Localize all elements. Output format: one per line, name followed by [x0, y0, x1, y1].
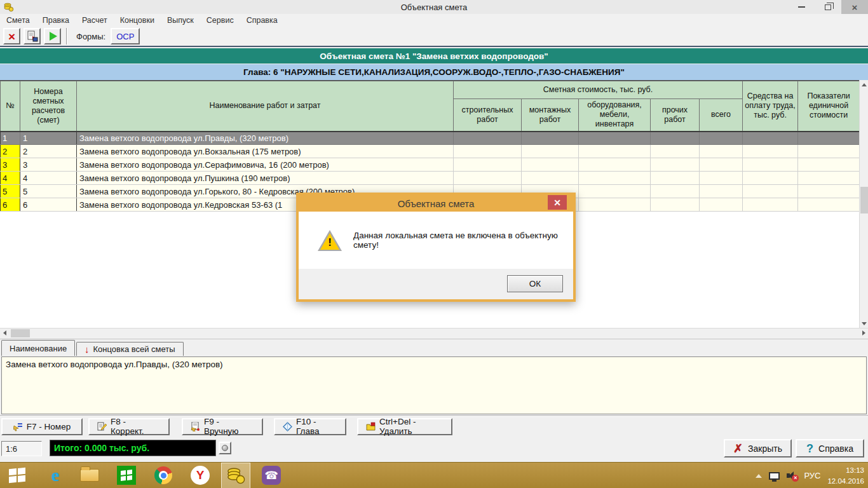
menu-vypusk[interactable]: Выпуск [161, 15, 200, 26]
scroll-up-icon[interactable] [860, 80, 868, 89]
cell-empty [743, 158, 798, 172]
vertical-scrollbar[interactable] [859, 80, 868, 328]
table-row[interactable]: 3 3 Замена ветхого водопровода ул.Серафи… [1, 158, 860, 172]
menu-raschet[interactable]: Расчет [76, 15, 114, 26]
coin-toggle-button[interactable] [219, 442, 231, 454]
col-header-calc: Номера сметных расчетов (смет) [20, 81, 77, 132]
col-header-equip: оборудования, мебели, инвентаря [579, 99, 651, 132]
cell-empty [798, 172, 860, 185]
toolbar: × Формы: ОСР [0, 27, 868, 47]
row-num: 4 [1, 172, 20, 185]
warning-icon: ! [318, 230, 342, 251]
cell-empty [743, 145, 798, 158]
row-name: Замена ветхого водопровода ул.Серафимови… [77, 158, 454, 172]
table-row[interactable]: 1 1 Замена ветхого водопровода ул.Правды… [1, 132, 860, 145]
cell-empty [454, 158, 522, 172]
f10-chapter-button[interactable]: F10 - Глава [274, 418, 346, 435]
cell-empty [651, 145, 700, 158]
dialog-close-icon[interactable]: ✕ [548, 195, 567, 210]
internet-explorer-icon[interactable]: e [41, 463, 70, 488]
vertical-scroll-thumb[interactable] [860, 187, 868, 214]
dialog-footer: ОК [299, 269, 573, 299]
run-button[interactable] [44, 28, 61, 44]
bottom-tabs: Наименование ↓ Концовка всей сметы [0, 339, 868, 356]
restore-icon[interactable] [815, 0, 841, 14]
date: 12.04.2016 [827, 476, 864, 487]
table-row[interactable]: 4 4 Замена ветхого водопровода ул.Пушкин… [1, 172, 860, 185]
menu-pravka[interactable]: Правка [36, 15, 76, 26]
coins-icon [226, 466, 245, 485]
network-icon[interactable] [769, 472, 780, 480]
toolbar-separator [66, 28, 67, 44]
total-display: Итого: 0.000 тыс. руб. [50, 440, 216, 456]
tab-koncovka[interactable]: ↓ Концовка всей сметы [76, 342, 184, 356]
cell-empty [522, 172, 579, 185]
cell-empty [579, 132, 651, 145]
scroll-left-icon[interactable] [0, 329, 9, 337]
col-header-unit: Показатели единичной стоимости [798, 81, 860, 132]
tray-expand-icon[interactable] [756, 474, 762, 478]
close-x-icon: ✗ [733, 443, 743, 454]
horizontal-scrollbar[interactable] [0, 328, 868, 337]
cell-empty [579, 172, 651, 185]
help-label: Справка [818, 444, 853, 454]
file-explorer-icon[interactable] [75, 463, 104, 488]
name-textarea[interactable]: Замена ветхого водопровода ул.Правды, (3… [1, 356, 867, 414]
windows-store-icon[interactable] [112, 463, 141, 488]
hand-list-icon [13, 422, 23, 431]
help-button[interactable]: ? Справка [796, 439, 864, 458]
fn-label: Ctrl+Del - Удалить [379, 417, 444, 436]
chapter-banner: Глава: 6 "НАРУЖНЫЕ СЕТИ,КАНАЛИЗАЦИЯ,СООР… [0, 64, 868, 80]
volume-muted-icon[interactable]: × [787, 471, 797, 480]
delete-button[interactable]: × [3, 28, 20, 44]
tab-naimenovanie[interactable]: Наименование [1, 340, 75, 356]
diamond-icon [283, 422, 292, 431]
row-name: Замена ветхого водопровода ул.Вокзальная… [77, 145, 454, 158]
chrome-icon[interactable] [149, 463, 178, 488]
row-name: Замена ветхого водопровода ул.Правды, (3… [77, 132, 454, 145]
menu-servis[interactable]: Сервис [200, 15, 240, 26]
cell-empty [798, 145, 860, 158]
viber-icon[interactable]: ☎ [257, 463, 286, 488]
warning-dialog: Объектная смета ✕ ! Данная локальная сме… [296, 193, 576, 302]
window-title: Объектная смета [0, 3, 868, 12]
fn-label: F10 - Глава [296, 417, 337, 436]
language-indicator[interactable]: РУС [804, 471, 820, 480]
yandex-browser-icon[interactable]: Y [186, 463, 215, 488]
row-calc: 1 [20, 132, 77, 145]
osr-button[interactable]: ОСР [111, 28, 140, 44]
f9-manual-button[interactable]: F9 - Вручную [182, 418, 263, 435]
menu-spravka[interactable]: Справка [240, 15, 284, 26]
horizontal-scroll-thumb[interactable] [11, 329, 30, 337]
save-export-button[interactable] [24, 28, 41, 44]
row-calc: 3 [20, 158, 77, 172]
cell-empty [651, 158, 700, 172]
close-window-button[interactable]: ✗ Закрыть [724, 439, 792, 458]
time: 13:13 [827, 465, 864, 476]
window-titlebar: Объектная смета × [0, 0, 868, 14]
cell-empty [651, 172, 700, 185]
f8-correct-button[interactable]: F8 - Коррект. [88, 418, 170, 435]
close-label: Закрыть [748, 444, 782, 454]
table-row[interactable]: 2 2 Замена ветхого водопровода ул.Вокзал… [1, 145, 860, 158]
fn-label: F9 - Вручную [204, 417, 254, 436]
estimate-app-taskbar-icon[interactable] [221, 463, 250, 488]
minimize-icon[interactable] [788, 0, 815, 14]
cell-empty [454, 132, 522, 145]
start-button[interactable] [3, 463, 32, 488]
clock[interactable]: 13:13 12.04.2016 [827, 465, 864, 486]
menu-koncovki[interactable]: Концовки [114, 15, 161, 26]
cell-empty [700, 132, 743, 145]
row-calc: 5 [20, 185, 77, 198]
forms-label: Формы: [76, 32, 105, 41]
f7-number-button[interactable]: F7 - Номер [1, 418, 83, 435]
cell-empty [700, 158, 743, 172]
menu-smeta[interactable]: Смета [0, 15, 36, 26]
cell-empty [798, 132, 860, 145]
ctrl-del-delete-button[interactable]: Ctrl+Del - Удалить [357, 418, 452, 435]
dialog-body: ! Данная локальная смета не включена в о… [299, 212, 573, 269]
scroll-down-icon[interactable] [860, 319, 868, 328]
scroll-right-icon[interactable] [859, 329, 868, 337]
ok-button[interactable]: ОК [507, 275, 563, 292]
close-icon[interactable]: × [841, 0, 868, 14]
